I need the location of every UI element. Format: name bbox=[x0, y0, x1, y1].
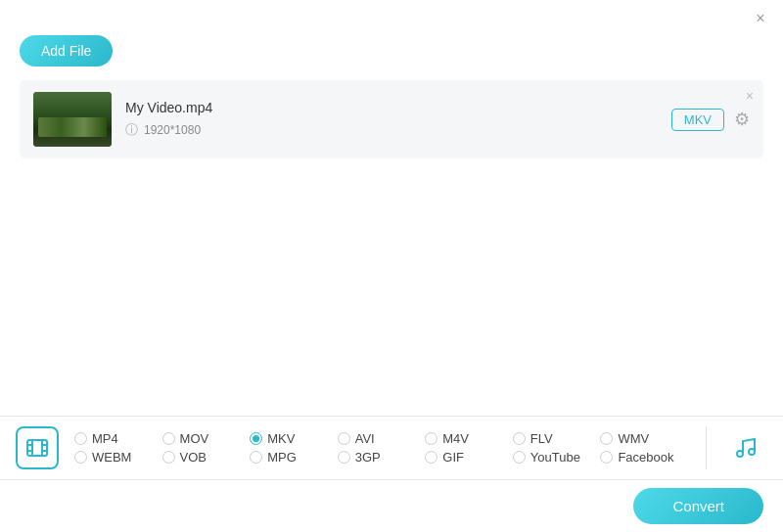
format-panel: MP4MOVMKVAVIM4VFLVWMVWEBMVOBMPG3GPGIFYou… bbox=[0, 417, 783, 480]
format-label-mpg: MPG bbox=[267, 450, 297, 465]
info-icon: ⓘ bbox=[125, 121, 138, 139]
format-label-vob: VOB bbox=[180, 450, 207, 465]
radio-mp4 bbox=[74, 432, 87, 445]
file-thumbnail bbox=[33, 92, 112, 147]
format-label-mov: MOV bbox=[180, 431, 209, 446]
format-option-facebook[interactable]: Facebook bbox=[600, 450, 688, 465]
format-option-m4v[interactable]: M4V bbox=[425, 431, 513, 446]
convert-bar: Convert bbox=[0, 480, 783, 532]
file-list: My Video.mp4 ⓘ 1920*1080 MKV ⚙ × bbox=[20, 80, 763, 158]
toolbar: Add File bbox=[0, 31, 783, 80]
format-label-m4v: M4V bbox=[442, 431, 469, 446]
format-option-webm[interactable]: WEBM bbox=[74, 450, 162, 465]
video-format-tab[interactable] bbox=[16, 426, 59, 469]
format-divider bbox=[706, 426, 707, 469]
bottom-panel: MP4MOVMKVAVIM4VFLVWMVWEBMVOBMPG3GPGIFYou… bbox=[0, 416, 783, 532]
format-option-mp4[interactable]: MP4 bbox=[74, 431, 162, 446]
format-option-avi[interactable]: AVI bbox=[338, 431, 426, 446]
settings-icon[interactable]: ⚙ bbox=[734, 109, 750, 130]
svg-point-8 bbox=[749, 449, 755, 455]
radio-webm bbox=[74, 451, 87, 464]
format-option-wmv[interactable]: WMV bbox=[600, 431, 688, 446]
format-label-mp4: MP4 bbox=[92, 431, 118, 446]
file-actions: MKV ⚙ bbox=[671, 109, 750, 131]
radio-flv bbox=[513, 432, 526, 445]
radio-3gp bbox=[338, 451, 350, 464]
film-icon bbox=[25, 436, 49, 460]
title-bar: × bbox=[0, 0, 783, 31]
file-info: My Video.mp4 ⓘ 1920*1080 bbox=[125, 100, 671, 139]
format-option-flv[interactable]: FLV bbox=[513, 431, 601, 446]
format-option-mov[interactable]: MOV bbox=[162, 431, 251, 446]
window-close-button[interactable]: × bbox=[752, 10, 769, 27]
file-remove-button[interactable]: × bbox=[746, 88, 754, 104]
music-icon bbox=[734, 436, 758, 460]
format-option-mkv[interactable]: MKV bbox=[250, 431, 338, 446]
format-label-avi: AVI bbox=[355, 431, 375, 446]
radio-mkv bbox=[250, 432, 262, 445]
format-option-vob[interactable]: VOB bbox=[162, 450, 251, 465]
format-label-youtube: YouTube bbox=[530, 450, 580, 465]
format-option-youtube[interactable]: YouTube bbox=[513, 450, 601, 465]
file-resolution: 1920*1080 bbox=[144, 123, 201, 137]
format-label-facebook: Facebook bbox=[618, 450, 673, 465]
main-content bbox=[0, 158, 783, 393]
format-label-flv: FLV bbox=[530, 431, 553, 446]
svg-point-7 bbox=[737, 451, 743, 457]
file-name: My Video.mp4 bbox=[125, 100, 671, 115]
radio-m4v bbox=[425, 432, 438, 445]
format-badge[interactable]: MKV bbox=[671, 109, 724, 131]
convert-button[interactable]: Convert bbox=[633, 488, 763, 524]
radio-vob bbox=[162, 451, 175, 464]
format-label-webm: WEBM bbox=[92, 450, 131, 465]
format-label-wmv: WMV bbox=[618, 431, 649, 446]
radio-mov bbox=[162, 432, 175, 445]
add-file-button[interactable]: Add File bbox=[20, 35, 113, 66]
file-meta: ⓘ 1920*1080 bbox=[125, 121, 671, 139]
format-option-3gp[interactable]: 3GP bbox=[338, 450, 426, 465]
format-grid: MP4MOVMKVAVIM4VFLVWMVWEBMVOBMPG3GPGIFYou… bbox=[74, 431, 688, 465]
format-label-mkv: MKV bbox=[267, 431, 295, 446]
format-option-gif[interactable]: GIF bbox=[425, 450, 513, 465]
radio-wmv bbox=[600, 432, 613, 445]
radio-avi bbox=[338, 432, 350, 445]
svg-rect-0 bbox=[27, 440, 47, 456]
radio-gif bbox=[425, 451, 438, 464]
format-option-mpg[interactable]: MPG bbox=[250, 450, 338, 465]
radio-facebook bbox=[600, 451, 613, 464]
format-label-3gp: 3GP bbox=[355, 450, 381, 465]
thumbnail-image bbox=[33, 92, 112, 147]
radio-mpg bbox=[250, 451, 262, 464]
format-label-gif: GIF bbox=[442, 450, 464, 465]
radio-youtube bbox=[513, 451, 526, 464]
audio-format-tab[interactable] bbox=[724, 426, 767, 469]
